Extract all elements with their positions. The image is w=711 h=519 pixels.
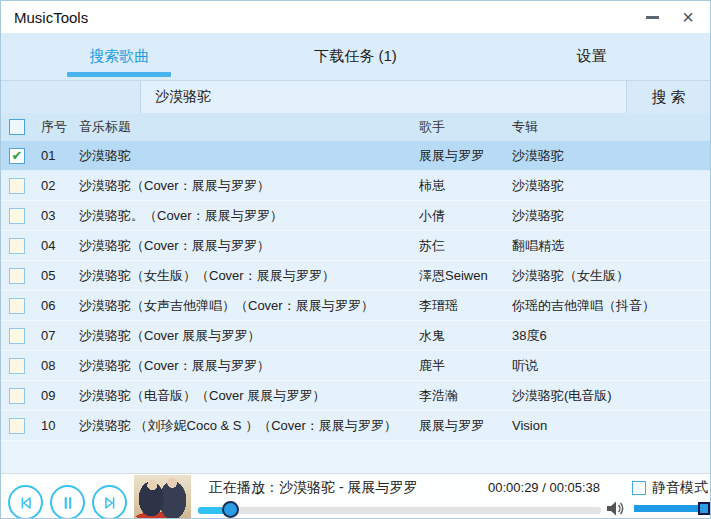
search-spacer — [1, 81, 141, 113]
row-artist: 李瑨瑶 — [419, 297, 512, 315]
next-icon — [101, 494, 119, 512]
previous-icon — [17, 494, 35, 512]
row-title: 沙漠骆驼。（Cover：展展与罗罗） — [79, 207, 419, 225]
row-title: 沙漠骆驼（Cover 展展与罗罗） — [79, 327, 419, 345]
table-row[interactable]: 10 沙漠骆驼 （刘珍妮Coco & S ）（Cover：展展与罗罗） 展展与罗… — [1, 411, 710, 441]
pause-button[interactable] — [50, 485, 85, 519]
mute-checkbox[interactable] — [632, 481, 646, 495]
row-checkbox[interactable] — [9, 208, 25, 224]
table-row[interactable]: 03 沙漠骆驼。（Cover：展展与罗罗） 小倩 沙漠骆驼 — [1, 201, 710, 231]
row-album: 沙漠骆驼 — [512, 207, 710, 225]
close-button[interactable]: × — [670, 1, 706, 33]
row-album: Vision — [512, 418, 710, 433]
select-all-checkbox[interactable] — [9, 119, 25, 135]
tab-label: 下载任务 (1) — [314, 47, 397, 66]
row-checkbox[interactable] — [9, 298, 25, 314]
row-title: 沙漠骆驼（Cover：展展与罗罗） — [79, 357, 419, 375]
row-album: 翻唱精选 — [512, 237, 710, 255]
row-title: 沙漠骆驼（女声吉他弹唱）（Cover：展展与罗罗） — [79, 297, 419, 315]
now-playing-text: 正在播放：沙漠骆驼 - 展展与罗罗 — [209, 479, 417, 497]
row-checkbox[interactable] — [9, 268, 25, 284]
window-controls: × — [634, 1, 706, 33]
table-row[interactable]: 02 沙漠骆驼（Cover：展展与罗罗） 柿崽 沙漠骆驼 — [1, 171, 710, 201]
row-index: 02 — [33, 178, 79, 193]
minimize-icon — [646, 16, 659, 19]
next-button[interactable] — [92, 485, 127, 519]
titlebar: MusicTools × — [1, 1, 710, 33]
row-title: 沙漠骆驼（Cover：展展与罗罗） — [79, 237, 419, 255]
tab-download-tasks[interactable]: 下载任务 (1) — [237, 33, 473, 80]
row-album: 听说 — [512, 357, 710, 375]
table-row[interactable]: 07 沙漠骆驼（Cover 展展与罗罗） 水鬼 38度6 — [1, 321, 710, 351]
row-artist: 展展与罗罗 — [419, 147, 512, 165]
volume-thumb[interactable] — [698, 502, 710, 515]
table-row[interactable]: 08 沙漠骆驼（Cover：展展与罗罗） 鹿半 听说 — [1, 351, 710, 381]
row-album: 38度6 — [512, 327, 710, 345]
pause-icon — [59, 494, 77, 512]
row-index: 06 — [33, 298, 79, 313]
row-artist: 柿崽 — [419, 177, 512, 195]
row-artist: 小倩 — [419, 207, 512, 225]
row-index: 04 — [33, 238, 79, 253]
table-row[interactable]: ✔ 01 沙漠骆驼 展展与罗罗 沙漠骆驼 — [1, 141, 710, 171]
tab-label: 设置 — [577, 47, 607, 66]
search-button[interactable]: 搜 索 — [626, 81, 710, 113]
header-title: 音乐标题 — [79, 118, 419, 136]
app-title: MusicTools — [14, 9, 88, 26]
tab-search-songs[interactable]: 搜索歌曲 — [1, 33, 237, 80]
tab-bar: 搜索歌曲 下载任务 (1) 设置 — [1, 33, 710, 81]
minimize-button[interactable] — [634, 1, 670, 33]
row-album: 沙漠骆驼 — [512, 147, 710, 165]
tab-settings[interactable]: 设置 — [474, 33, 710, 80]
header-index: 序号 — [33, 118, 79, 136]
row-title: 沙漠骆驼 （刘珍妮Coco & S ）（Cover：展展与罗罗） — [79, 417, 419, 435]
row-artist: 水鬼 — [419, 327, 512, 345]
previous-button[interactable] — [8, 485, 43, 519]
row-checkbox[interactable] — [9, 388, 25, 404]
progress-bar[interactable] — [198, 507, 601, 514]
table-header: 序号 音乐标题 歌手 专辑 — [1, 113, 710, 141]
search-input[interactable]: 沙漠骆驼 — [141, 81, 626, 113]
player-bar: 正在播放：沙漠骆驼 - 展展与罗罗 00:00:29 / 00:05:38 静音… — [1, 473, 710, 519]
row-checkbox[interactable] — [9, 328, 25, 344]
row-index: 03 — [33, 208, 79, 223]
tab-label: 搜索歌曲 — [89, 47, 149, 66]
mute-toggle[interactable]: 静音模式 — [632, 479, 708, 497]
row-checkbox[interactable] — [9, 358, 25, 374]
row-checkbox[interactable] — [9, 418, 25, 434]
row-index: 10 — [33, 418, 79, 433]
row-title: 沙漠骆驼（女生版）（Cover：展展与罗罗） — [79, 267, 419, 285]
album-art — [134, 475, 191, 519]
active-tab-underline — [67, 72, 171, 77]
search-row: 沙漠骆驼 搜 索 — [1, 81, 710, 113]
row-index: 01 — [33, 148, 79, 163]
row-album: 你瑶的吉他弹唱（抖音） — [512, 297, 710, 315]
row-album: 沙漠骆驼(电音版) — [512, 387, 710, 405]
row-artist: 苏仨 — [419, 237, 512, 255]
volume-icon — [606, 500, 628, 517]
table-row[interactable]: 09 沙漠骆驼（电音版）（Cover 展展与罗罗） 李浩瀚 沙漠骆驼(电音版) — [1, 381, 710, 411]
progress-thumb[interactable] — [222, 501, 239, 518]
close-icon: × — [682, 7, 694, 27]
table-row[interactable]: 06 沙漠骆驼（女声吉他弹唱）（Cover：展展与罗罗） 李瑨瑶 你瑶的吉他弹唱… — [1, 291, 710, 321]
row-title: 沙漠骆驼 — [79, 147, 419, 165]
time-display: 00:00:29 / 00:05:38 — [488, 480, 600, 495]
song-list: ✔ 01 沙漠骆驼 展展与罗罗 沙漠骆驼 02 沙漠骆驼（Cover：展展与罗罗… — [1, 141, 710, 441]
row-title: 沙漠骆驼（Cover：展展与罗罗） — [79, 177, 419, 195]
check-icon: ✔ — [12, 149, 23, 162]
row-artist: 鹿半 — [419, 357, 512, 375]
row-index: 05 — [33, 268, 79, 283]
volume-slider[interactable] — [634, 505, 709, 512]
header-artist: 歌手 — [419, 118, 512, 136]
table-row[interactable]: 04 沙漠骆驼（Cover：展展与罗罗） 苏仨 翻唱精选 — [1, 231, 710, 261]
row-index: 09 — [33, 388, 79, 403]
row-album: 沙漠骆驼 — [512, 177, 710, 195]
row-artist: 澤恩Seiwen — [419, 267, 512, 285]
row-checkbox[interactable] — [9, 178, 25, 194]
table-row[interactable]: 05 沙漠骆驼（女生版）（Cover：展展与罗罗） 澤恩Seiwen 沙漠骆驼（… — [1, 261, 710, 291]
row-artist: 李浩瀚 — [419, 387, 512, 405]
row-checkbox[interactable]: ✔ — [9, 148, 25, 164]
header-album: 专辑 — [512, 118, 710, 136]
row-checkbox[interactable] — [9, 238, 25, 254]
mute-label: 静音模式 — [652, 479, 708, 497]
